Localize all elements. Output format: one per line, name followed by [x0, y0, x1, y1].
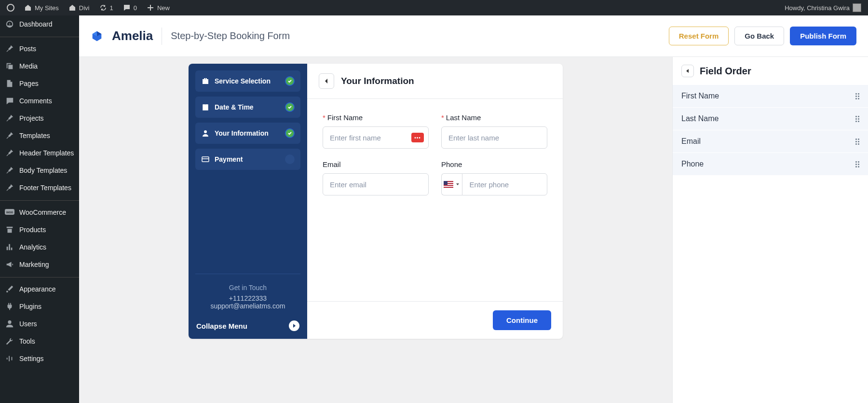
sidebar-label: Header Templates: [19, 149, 74, 157]
sidebar-item-body-templates[interactable]: Body Templates: [0, 162, 79, 179]
continue-button[interactable]: Continue: [493, 310, 551, 330]
check-icon: [285, 102, 295, 112]
sidebar-item-marketing[interactable]: Marketing: [0, 256, 79, 273]
brush-icon: [5, 284, 14, 294]
sidebar-item-products[interactable]: Products: [0, 221, 79, 238]
reset-form-button[interactable]: Reset Form: [669, 27, 729, 45]
sidebar-item-templates[interactable]: Templates: [0, 127, 79, 144]
sidebar-item-plugins[interactable]: Plugins: [0, 298, 79, 315]
comments-count[interactable]: 0: [120, 4, 140, 12]
howdy-label: Howdy, Christina Gwira: [785, 4, 850, 12]
sidebar-label: Marketing: [19, 261, 49, 268]
comments-count-label: 0: [134, 4, 137, 12]
collapse-label: Collapse Menu: [196, 322, 247, 330]
step-date-time[interactable]: Date & Time: [195, 97, 300, 118]
last-name-field: *Last Name: [441, 113, 547, 149]
user-icon: [5, 319, 14, 329]
header-divider: [162, 28, 162, 45]
step-service-selection[interactable]: Service Selection: [195, 70, 300, 92]
form-back-button[interactable]: [319, 73, 334, 89]
plugin-icon: [5, 302, 14, 311]
sidebar-item-dashboard[interactable]: Dashboard: [0, 15, 79, 33]
pin-icon: [5, 148, 14, 158]
sidebar-item-tools[interactable]: Tools: [0, 333, 79, 350]
form-title: Your Information: [341, 76, 414, 86]
wp-logo[interactable]: [4, 4, 17, 12]
my-sites[interactable]: My Sites: [21, 4, 62, 12]
sidebar-label: Users: [19, 320, 37, 328]
extension-badge-icon[interactable]: •••: [411, 133, 424, 142]
step-label: Your Information: [215, 129, 269, 137]
updates[interactable]: 1: [96, 4, 116, 12]
sites-icon: [24, 4, 32, 12]
drag-handle-icon[interactable]: [855, 139, 859, 145]
drag-handle-icon[interactable]: [855, 116, 859, 122]
sidebar-label: Body Templates: [19, 167, 67, 174]
svg-text:woo: woo: [6, 210, 13, 214]
step-your-information[interactable]: Your Information: [195, 123, 300, 144]
pin-icon: [5, 131, 14, 140]
site-name[interactable]: Divi: [66, 4, 93, 12]
sidebar-label: Plugins: [19, 303, 41, 310]
step-label: Date & Time: [215, 103, 254, 111]
wp-admin-sidebar: Dashboard Posts Media Pages Comments Pro…: [0, 15, 79, 403]
panel-title: Field Order: [700, 66, 751, 77]
sidebar-label: Analytics: [19, 243, 46, 251]
drag-handle-icon[interactable]: [855, 93, 859, 99]
panel-back-button[interactable]: [681, 65, 694, 77]
sidebar-item-footer-templates[interactable]: Footer Templates: [0, 179, 79, 196]
sidebar-item-header-templates[interactable]: Header Templates: [0, 144, 79, 162]
field-order-item[interactable]: First Name: [673, 85, 868, 108]
wrench-icon: [5, 336, 14, 346]
sidebar-item-settings[interactable]: Settings: [0, 350, 79, 367]
step-label: Service Selection: [215, 77, 271, 85]
check-icon: [285, 76, 295, 86]
field-order-item[interactable]: Phone: [673, 153, 868, 176]
field-name: First Name: [681, 92, 719, 100]
sidebar-label: Footer Templates: [19, 184, 71, 192]
publish-form-button[interactable]: Publish Form: [790, 27, 856, 45]
app-main: Amelia Step-by-Step Booking Form Reset F…: [79, 15, 868, 403]
sidebar-item-projects[interactable]: Projects: [0, 110, 79, 127]
sidebar-item-analytics[interactable]: Analytics: [0, 238, 79, 256]
collapse-menu-button[interactable]: Collapse Menu: [195, 317, 300, 332]
sidebar-item-posts[interactable]: Posts: [0, 37, 79, 57]
chevron-down-icon: [455, 182, 460, 187]
comment-icon: [123, 4, 131, 12]
phone-country-select[interactable]: [441, 173, 462, 195]
sidebar-item-users[interactable]: Users: [0, 315, 79, 333]
step-payment[interactable]: Payment: [195, 149, 300, 170]
field-order-item[interactable]: Last Name: [673, 108, 868, 130]
check-icon: [285, 128, 295, 138]
canvas: Service Selection Date & Time Your Infor…: [79, 57, 672, 403]
woo-icon: woo: [5, 208, 14, 217]
person-icon: [201, 129, 210, 138]
settings-icon: [5, 354, 14, 363]
sidebar-item-pages[interactable]: Pages: [0, 75, 79, 92]
drag-handle-icon[interactable]: [855, 161, 859, 167]
form-steps-sidebar: Service Selection Date & Time Your Infor…: [189, 64, 307, 339]
sidebar-item-appearance[interactable]: Appearance: [0, 277, 79, 298]
go-back-button[interactable]: Go Back: [734, 27, 784, 45]
sidebar-label: Dashboard: [19, 20, 53, 28]
sidebar-item-woocommerce[interactable]: wooWooCommerce: [0, 200, 79, 221]
field-name: Phone: [681, 160, 704, 168]
comment-icon: [5, 96, 14, 106]
field-list: First Name Last Name Email Phone: [673, 85, 868, 176]
product-icon: [5, 225, 14, 235]
phone-input[interactable]: [462, 173, 547, 195]
sidebar-item-comments[interactable]: Comments: [0, 92, 79, 110]
new-content[interactable]: New: [144, 4, 173, 12]
email-input[interactable]: [323, 173, 429, 195]
plus-icon: [147, 4, 154, 12]
field-order-item[interactable]: Email: [673, 130, 868, 153]
sidebar-label: Projects: [19, 114, 44, 122]
howdy-user[interactable]: Howdy, Christina Gwira: [782, 3, 864, 12]
svg-rect-4: [202, 157, 209, 162]
last-name-input[interactable]: [441, 126, 547, 149]
analytics-icon: [5, 242, 14, 252]
page-title: Step-by-Step Booking Form: [171, 30, 290, 42]
amelia-logo-icon: [91, 30, 103, 42]
sidebar-item-media[interactable]: Media: [0, 57, 79, 75]
touch-email: support@ameliatms.com: [195, 302, 300, 310]
